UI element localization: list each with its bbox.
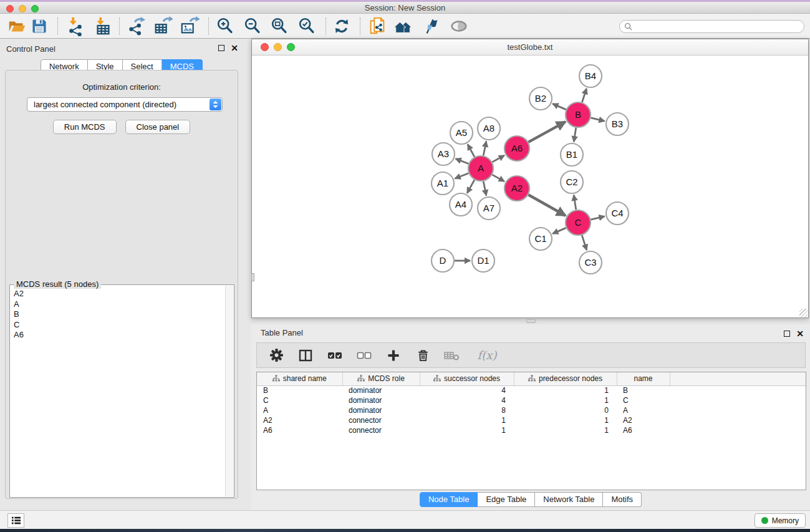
zoom-out-button[interactable] <box>242 16 263 37</box>
mcds-result-item[interactable]: A <box>11 299 224 310</box>
tab-network-table[interactable]: Network Table <box>535 492 603 507</box>
cell-predecessor-nodes[interactable]: 1 <box>514 425 617 435</box>
network-edge-A2-C[interactable] <box>528 195 566 215</box>
network-edge-A-A2[interactable] <box>492 175 504 181</box>
mcds-result-item[interactable]: A6 <box>11 330 224 341</box>
network-edge-C-C3[interactable] <box>582 235 586 250</box>
cell-shared-name[interactable]: A2 <box>257 415 342 425</box>
float-panel-icon[interactable] <box>218 45 224 51</box>
network-edge-A-A8[interactable] <box>483 142 486 156</box>
import-network-button[interactable] <box>65 16 86 37</box>
column-header-name[interactable]: name <box>617 372 670 385</box>
close-panel-icon[interactable]: ✕ <box>231 45 238 51</box>
cell-successor-nodes[interactable]: 8 <box>420 405 514 415</box>
horizontal-splitter-handle[interactable] <box>526 319 536 323</box>
cell-successor-nodes[interactable]: 4 <box>420 395 514 405</box>
cell-mcds-role[interactable]: connector <box>342 415 420 425</box>
save-session-button[interactable] <box>29 16 50 37</box>
mcds-result-item[interactable]: B <box>11 309 224 320</box>
open-session-button[interactable] <box>6 16 27 37</box>
add-column-button[interactable] <box>385 347 402 364</box>
cell-shared-name[interactable]: A6 <box>257 425 342 435</box>
float-table-panel-icon[interactable] <box>784 331 790 337</box>
splitter-handle[interactable] <box>251 273 254 281</box>
function-builder-button[interactable]: f(x) <box>473 347 501 364</box>
column-header-shared-name[interactable]: shared name <box>257 372 342 385</box>
export-table-button[interactable] <box>152 16 173 37</box>
split-columns-button[interactable] <box>297 347 314 364</box>
cell-name[interactable]: B <box>617 385 670 395</box>
zoom-fit-button[interactable] <box>269 16 290 37</box>
memory-button[interactable]: Memory <box>755 513 806 528</box>
cell-successor-nodes[interactable]: 1 <box>420 415 514 425</box>
cell-mcds-role[interactable]: connector <box>342 425 420 435</box>
tab-edge-table[interactable]: Edge Table <box>478 492 535 507</box>
clone-network-button[interactable] <box>367 16 388 37</box>
network-canvas[interactable]: AA1A2A3A4A5A6A7A8BB1B2B3B4CC1C2C3C4DD1 <box>252 56 808 317</box>
cell-predecessor-nodes[interactable]: 1 <box>514 385 617 395</box>
network-edge-C-C2[interactable] <box>574 195 576 210</box>
network-edge-B-B4[interactable] <box>582 89 586 102</box>
import-table-button[interactable] <box>92 16 113 37</box>
cell-successor-nodes[interactable]: 1 <box>420 425 514 435</box>
network-edge-A6-B[interactable] <box>528 122 565 142</box>
task-history-button[interactable] <box>7 513 24 528</box>
network-edge-A-A1[interactable] <box>455 173 469 179</box>
network-edge-A-A7[interactable] <box>483 181 486 196</box>
network-edge-C-C4[interactable] <box>591 216 604 220</box>
optimization-criterion-select[interactable]: largest connected component (directed) <box>27 97 223 112</box>
column-header-mcds-role[interactable]: MCDS role <box>342 372 420 385</box>
search-box[interactable] <box>619 20 804 33</box>
table-row[interactable]: A6connector11A6 <box>257 425 806 435</box>
network-edge-A-A3[interactable] <box>456 159 469 164</box>
cell-name[interactable]: C <box>617 395 670 405</box>
cell-shared-name[interactable]: C <box>257 395 342 405</box>
table-row[interactable]: Bdominator41B <box>257 385 806 395</box>
select-all-button[interactable] <box>327 347 343 364</box>
refresh-view-button[interactable] <box>331 16 352 37</box>
cell-mcds-role[interactable]: dominator <box>342 405 420 415</box>
delete-column-button[interactable] <box>415 347 431 364</box>
table-row[interactable]: A2connector11A2 <box>257 415 806 425</box>
table-row[interactable]: Adominator80A <box>257 405 806 415</box>
tab-node-table[interactable]: Node Table <box>420 492 478 507</box>
cell-shared-name[interactable]: A <box>257 405 342 415</box>
network-window-titlebar[interactable]: testGlobe.txt <box>252 39 808 56</box>
mcds-result-item[interactable]: A2 <box>11 289 224 299</box>
cell-predecessor-nodes[interactable]: 1 <box>514 415 617 425</box>
export-network-button[interactable] <box>126 16 147 37</box>
column-header-successor-nodes[interactable]: successor nodes <box>420 372 514 385</box>
cell-mcds-role[interactable]: dominator <box>342 395 420 405</box>
cell-shared-name[interactable]: B <box>257 385 342 395</box>
delete-table-button[interactable] <box>444 347 460 364</box>
cell-mcds-role[interactable]: dominator <box>342 385 420 395</box>
network-edge-C-C1[interactable] <box>552 228 566 233</box>
cell-successor-nodes[interactable]: 4 <box>420 385 514 395</box>
network-edge-A-A5[interactable] <box>468 144 475 157</box>
cell-name[interactable]: A <box>617 405 670 415</box>
show-hide-button[interactable] <box>448 16 470 37</box>
table-row[interactable]: Cdominator41C <box>257 395 806 405</box>
network-edge-B-B1[interactable] <box>574 128 576 142</box>
flag-button[interactable] <box>420 16 441 37</box>
table-settings-button[interactable] <box>268 347 284 364</box>
close-panel-button[interactable]: Close panel <box>125 120 191 134</box>
run-mcds-button[interactable]: Run MCDS <box>53 120 117 134</box>
export-image-button[interactable] <box>179 16 200 37</box>
close-table-panel-icon[interactable]: ✕ <box>796 331 804 337</box>
resize-grip-icon[interactable] <box>799 309 808 317</box>
cell-predecessor-nodes[interactable]: 0 <box>514 405 617 415</box>
zoom-in-button[interactable] <box>215 16 236 37</box>
network-edge-B-B3[interactable] <box>591 118 604 121</box>
network-edge-A-A6[interactable] <box>492 155 504 162</box>
mcds-result-item[interactable]: C <box>11 320 224 331</box>
column-header-predecessor-nodes[interactable]: predecessor nodes <box>514 372 617 385</box>
cell-name[interactable]: A6 <box>617 425 670 435</box>
search-input[interactable] <box>635 22 797 31</box>
deselect-all-button[interactable] <box>356 347 372 364</box>
cell-predecessor-nodes[interactable]: 1 <box>514 395 617 405</box>
result-scrollbar[interactable] <box>225 286 233 496</box>
cell-name[interactable]: A2 <box>617 415 670 425</box>
network-edge-A-A4[interactable] <box>467 180 475 193</box>
home-view-button[interactable] <box>393 16 414 37</box>
